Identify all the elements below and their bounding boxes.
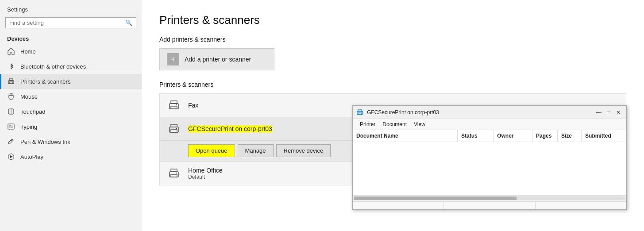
menu-view[interactable]: View bbox=[410, 120, 429, 129]
queue-title-text: GFCSecurePrint on corp-prt03 bbox=[367, 109, 591, 116]
plus-icon: + bbox=[167, 53, 179, 65]
svg-point-23 bbox=[176, 128, 177, 129]
queue-table: Document Name Status Owner Pages Size Su… bbox=[353, 130, 626, 195]
col-document-name: Document Name bbox=[353, 130, 458, 142]
autoplay-icon bbox=[7, 153, 15, 161]
devices-section-label: Devices bbox=[0, 33, 142, 44]
sidebar-item-bluetooth-label: Bluetooth & other devices bbox=[20, 63, 86, 70]
sidebar-item-pen-label: Pen & Windows Ink bbox=[20, 139, 70, 145]
status-seg-3 bbox=[536, 202, 626, 209]
restore-button[interactable]: □ bbox=[604, 109, 613, 116]
sidebar-item-typing-label: Typing bbox=[20, 123, 37, 130]
add-printer-button[interactable]: + Add a printer or scanner bbox=[159, 48, 274, 70]
printer-icon-sidebar bbox=[7, 77, 15, 85]
home-icon bbox=[7, 47, 15, 55]
homeoffice-icon bbox=[167, 166, 181, 181]
search-icon: 🔍 bbox=[125, 19, 132, 26]
sidebar-item-printers-label: Printers & scanners bbox=[20, 78, 70, 85]
app-title: Settings bbox=[0, 4, 142, 17]
menu-document[interactable]: Document bbox=[379, 120, 410, 129]
menu-printer[interactable]: Printer bbox=[356, 120, 379, 129]
add-printer-label: Add a printer or scanner bbox=[185, 56, 251, 63]
gfcsecure-icon bbox=[167, 122, 181, 136]
sidebar-item-typing[interactable]: Typing bbox=[0, 119, 142, 134]
minimize-button[interactable]: — bbox=[594, 109, 603, 116]
queue-status-bar bbox=[353, 201, 626, 209]
queue-scrollbar-thumb bbox=[354, 196, 517, 200]
open-queue-button[interactable]: Open queue bbox=[188, 144, 235, 157]
sidebar-item-bluetooth[interactable]: Bluetooth & other devices bbox=[0, 59, 142, 74]
col-pages: Pages bbox=[532, 130, 558, 142]
queue-title-icon bbox=[356, 109, 363, 116]
col-submitted: Submitted bbox=[582, 130, 626, 142]
sidebar-item-home-label: Home bbox=[20, 48, 36, 55]
svg-rect-1 bbox=[9, 79, 13, 81]
status-seg-1 bbox=[353, 202, 444, 209]
svg-rect-18 bbox=[171, 106, 177, 109]
sidebar-item-home[interactable]: Home bbox=[0, 44, 142, 59]
titlebar-controls: — □ ✕ bbox=[594, 109, 623, 116]
queue-scrollbar-track bbox=[354, 196, 625, 200]
svg-point-19 bbox=[176, 104, 177, 105]
svg-rect-22 bbox=[171, 130, 177, 132]
search-input[interactable] bbox=[9, 19, 123, 26]
svg-line-13 bbox=[11, 140, 12, 141]
svg-rect-26 bbox=[171, 174, 177, 177]
main-content: Printers & scanners Add printers & scann… bbox=[142, 0, 644, 231]
queue-dialog: GFCSecurePrint on corp-prt03 — □ ✕ Print… bbox=[352, 105, 627, 210]
svg-rect-8 bbox=[8, 124, 14, 129]
svg-rect-25 bbox=[171, 169, 177, 172]
printers-section-title: Printers & scanners bbox=[159, 81, 626, 88]
sidebar-item-pen[interactable]: Pen & Windows Ink bbox=[0, 134, 142, 149]
sidebar-item-printers[interactable]: Printers & scanners bbox=[0, 74, 142, 89]
sidebar: Settings 🔍 Devices Home Bluetooth & othe… bbox=[0, 0, 142, 231]
sidebar-item-touchpad[interactable]: Touchpad bbox=[0, 104, 142, 119]
add-section-title: Add printers & scanners bbox=[159, 36, 626, 43]
search-box[interactable]: 🔍 bbox=[5, 17, 136, 28]
sidebar-item-mouse-label: Mouse bbox=[20, 93, 38, 100]
svg-marker-15 bbox=[10, 155, 13, 158]
page-title: Printers & scanners bbox=[159, 13, 626, 27]
touchpad-icon bbox=[7, 108, 15, 116]
queue-titlebar: GFCSecurePrint on corp-prt03 — □ ✕ bbox=[353, 106, 626, 119]
svg-point-3 bbox=[12, 81, 13, 82]
svg-rect-17 bbox=[171, 101, 177, 104]
sidebar-item-autoplay[interactable]: AutoPlay bbox=[0, 149, 142, 164]
queue-table-header: Document Name Status Owner Pages Size Su… bbox=[353, 130, 626, 142]
close-button[interactable]: ✕ bbox=[614, 109, 623, 116]
svg-rect-30 bbox=[358, 113, 362, 115]
mouse-icon bbox=[7, 92, 15, 100]
col-status: Status bbox=[458, 130, 494, 142]
bluetooth-icon bbox=[7, 62, 15, 70]
col-owner: Owner bbox=[494, 130, 532, 142]
fax-icon bbox=[167, 98, 181, 112]
status-seg-2 bbox=[444, 202, 535, 209]
sidebar-item-touchpad-label: Touchpad bbox=[20, 108, 45, 115]
typing-icon bbox=[7, 123, 15, 131]
manage-button[interactable]: Manage bbox=[238, 144, 274, 157]
queue-table-body bbox=[353, 142, 626, 195]
svg-point-27 bbox=[176, 173, 177, 173]
svg-rect-21 bbox=[171, 124, 177, 127]
remove-device-button[interactable]: Remove device bbox=[276, 144, 331, 157]
svg-rect-2 bbox=[9, 82, 13, 84]
queue-scrollbar[interactable] bbox=[353, 195, 626, 201]
col-size: Size bbox=[558, 130, 582, 142]
pen-icon bbox=[7, 138, 15, 146]
sidebar-item-autoplay-label: AutoPlay bbox=[20, 154, 43, 160]
sidebar-item-mouse[interactable]: Mouse bbox=[0, 89, 142, 104]
queue-menubar: Printer Document View bbox=[353, 119, 626, 130]
